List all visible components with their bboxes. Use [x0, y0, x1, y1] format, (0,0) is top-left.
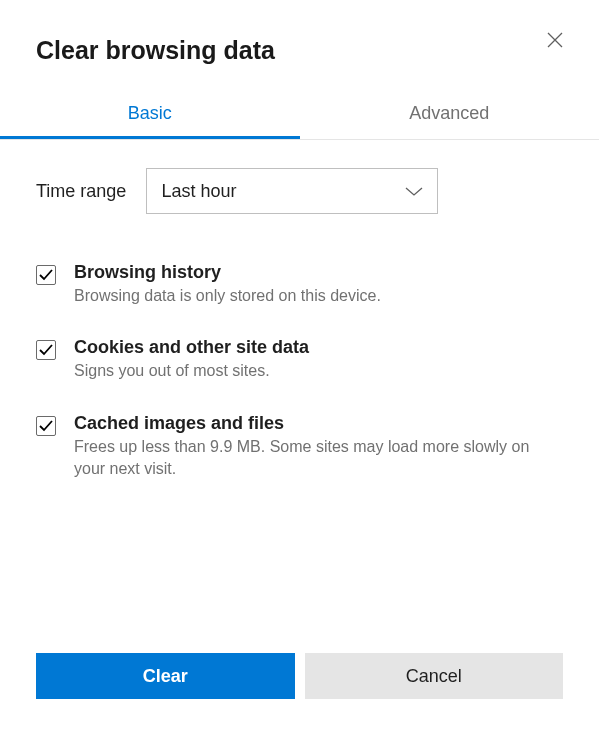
- dialog-footer: Clear Cancel: [36, 653, 563, 735]
- option-description: Frees up less than 9.9 MB. Some sites ma…: [74, 436, 563, 481]
- time-range-row: Time range Last hour: [36, 168, 563, 214]
- check-icon: [39, 420, 53, 432]
- dialog-content: Time range Last hour Browsing history Br…: [36, 140, 563, 633]
- check-icon: [39, 344, 53, 356]
- check-icon: [39, 269, 53, 281]
- tab-bar: Basic Advanced: [0, 89, 599, 140]
- time-range-label: Time range: [36, 181, 126, 202]
- option-title: Browsing history: [74, 262, 563, 283]
- option-cookies: Cookies and other site data Signs you ou…: [36, 337, 563, 382]
- time-range-select[interactable]: Last hour: [146, 168, 438, 214]
- clear-browsing-data-dialog: Clear browsing data Basic Advanced Time …: [0, 0, 599, 735]
- cancel-button[interactable]: Cancel: [305, 653, 564, 699]
- time-range-value: Last hour: [161, 181, 236, 202]
- option-list: Browsing history Browsing data is only s…: [36, 262, 563, 481]
- checkbox-cached[interactable]: [36, 416, 56, 436]
- option-title: Cached images and files: [74, 413, 563, 434]
- option-cached: Cached images and files Frees up less th…: [36, 413, 563, 481]
- option-description: Browsing data is only stored on this dev…: [74, 285, 563, 307]
- tab-advanced[interactable]: Advanced: [300, 89, 600, 139]
- option-description: Signs you out of most sites.: [74, 360, 563, 382]
- close-button[interactable]: [543, 28, 567, 52]
- option-title: Cookies and other site data: [74, 337, 563, 358]
- option-text: Cached images and files Frees up less th…: [74, 413, 563, 481]
- chevron-down-icon: [405, 181, 423, 202]
- checkbox-cookies[interactable]: [36, 340, 56, 360]
- time-range-select-wrapper: Last hour: [146, 168, 438, 214]
- option-text: Browsing history Browsing data is only s…: [74, 262, 563, 307]
- option-browsing-history: Browsing history Browsing data is only s…: [36, 262, 563, 307]
- tab-basic[interactable]: Basic: [0, 89, 300, 139]
- close-icon: [547, 32, 563, 48]
- dialog-title: Clear browsing data: [36, 36, 563, 65]
- option-text: Cookies and other site data Signs you ou…: [74, 337, 563, 382]
- checkbox-browsing-history[interactable]: [36, 265, 56, 285]
- clear-button[interactable]: Clear: [36, 653, 295, 699]
